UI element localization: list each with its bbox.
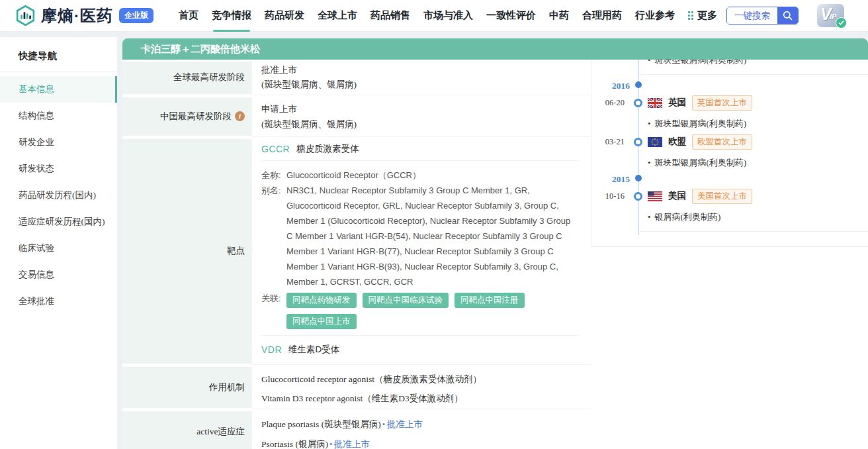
nav-item[interactable]: 中药 [542,0,576,32]
target-alias-key: 别名: [261,183,286,289]
china-stage-label: 中国最高研发阶段 [160,111,232,123]
grid-dots-icon [688,11,693,20]
timeline-year-label: 2015 [591,174,630,185]
china-stage-value: 申请上市 [261,101,579,117]
search-icon [777,7,798,24]
row-target: 靶点 GCCR 糖皮质激素受体 全称: Glucocorticoid Recep… [122,137,591,365]
timeline-event: 10-16美国美国首次上市 [591,189,868,203]
related-target-tag[interactable]: 同靶点中国上市 [286,314,357,329]
row-global-stage: 全球最高研发阶段 批准上市 (斑块型银屑病、银屑病) [122,60,591,95]
related-target-tag[interactable]: 同靶点中国注册 [455,293,525,308]
nav-item[interactable]: 药品销售 [364,0,417,32]
timeline-divider [638,74,868,75]
sidebar-item[interactable]: 临床试验 [0,235,117,262]
enterprise-badge: 企业版 [119,8,153,23]
timeline-indication: 斑块型银屑病(利奥制药) [591,119,868,129]
timeline-indication: 斑块型银屑病(利奥制药) [591,60,868,66]
target-vdr-link[interactable]: VDR [261,344,282,355]
nav-item[interactable]: 行业参考 [629,0,681,32]
sidebar-item[interactable]: 研发状态 [0,156,117,182]
target-related-tags: 同靶点药物研发同靶点中国临床试验同靶点中国注册同靶点中国上市 [286,291,572,329]
indications-label: active适应症 [122,411,252,449]
related-target-tag[interactable]: 同靶点药物研发 [286,293,357,308]
target-full-name: Glucocorticoid Receptor（GCCR） [286,168,579,183]
page-body: 快捷导航 基本信息结构信息研发企业研发状态药品研发历程(国内)适应症研发历程(国… [0,32,868,449]
sidebar-item[interactable]: 适应症研发历程(国内) [0,209,117,235]
mechanism-label: 作用机制 [122,367,252,408]
target-vdr-name: 维生素D受体 [288,344,339,356]
timeline-country: 欧盟 [668,136,686,148]
basic-info-table: 全球最高研发阶段 批准上市 (斑块型银屑病、银屑病) 中国最高研发阶段 i 申请… [122,60,591,449]
row-china-stage: 中国最高研发阶段 i 申请上市 (斑块型银屑病、银屑病) [122,95,591,137]
nav-item[interactable]: 首页 [172,0,205,32]
sidebar-item[interactable]: 药品研发历程(国内) [0,182,117,209]
logo-text: 摩熵·医药 [41,5,113,26]
target-alias-value: NR3C1, Nuclear Receptor Subfamily 3 Grou… [286,183,579,289]
approved-launch-link[interactable]: 批准上市 [328,439,370,449]
target-gccr-name: 糖皮质激素受体 [296,143,359,155]
quick-search-button[interactable]: 一键搜索 [726,7,799,25]
app-logo[interactable]: 摩熵·医药 企业版 [15,5,153,26]
first-launch-tag[interactable]: 英国首次上市 [692,95,752,111]
nav-item[interactable]: 一致性评价 [480,0,542,32]
drug-title: 卡泊三醇＋二丙酸倍他米松 [141,44,260,54]
timeline-year: 2015 [591,173,868,183]
nav-item[interactable]: 市场与准入 [417,0,480,32]
top-navbar: 摩熵·医药 企业版 首页竞争情报药品研发全球上市药品销售市场与准入一致性评价中药… [0,0,868,32]
indication-text: Plaque psoriasis (斑块型银屑病) [261,419,381,429]
quick-search-label: 一键搜索 [727,7,777,24]
timeline-divider [638,231,868,232]
uk-flag-icon [648,98,662,108]
timeline-country: 英国 [668,97,686,109]
timeline-year-label: 2016 [591,81,630,91]
timeline-event-date: 03-21 [591,137,625,147]
first-launch-tag[interactable]: 美国首次上市 [692,189,752,204]
sidebar-title: 快捷导航 [0,37,117,72]
nav-item[interactable]: 全球上市 [311,0,364,32]
drug-title-bar: 卡泊三醇＋二丙酸倍他米松 [122,38,868,60]
global-launch-timeline: 斑块型银屑病(利奥制药)201606-20英国英国首次上市斑块型银屑病(利奥制药… [591,60,868,247]
global-stage-value: 批准上市 [261,63,579,77]
nav-more-button[interactable]: 更多 [688,9,717,22]
info-icon[interactable]: i [235,111,245,121]
nav-item[interactable]: 竞争情报 [205,0,258,32]
vip-verified-check-icon [836,17,847,28]
sidebar-item[interactable]: 交易信息 [0,262,117,288]
row-indications: active适应症 Plaque psoriasis (斑块型银屑病)批准上市P… [122,409,591,449]
sidebar-item[interactable]: 结构信息 [0,103,117,129]
indication-text: Psoriasis (银屑病) [261,439,328,449]
vip-badge[interactable]: V IP [817,4,844,27]
main-content: 卡泊三醇＋二丙酸倍他米松 全球最高研发阶段 批准上市 (斑块型银屑病、银屑病) … [122,38,868,449]
timeline-event: 06-20英国英国首次上市 [591,95,868,110]
china-stage-note: (斑块型银屑病、银屑病) [261,117,579,132]
global-stage-label: 全球最高研发阶段 [122,62,252,94]
nav-item[interactable]: 药品研发 [258,0,311,32]
sidebar-item[interactable]: 研发企业 [0,129,117,156]
related-target-tag[interactable]: 同靶点中国临床试验 [363,293,449,308]
main-nav-menu: 首页竞争情报药品研发全球上市药品销售市场与准入一致性评价中药合理用药行业参考 [172,0,681,32]
timeline-event: 03-21欧盟欧盟首次上市 [591,134,868,149]
nav-more-label: 更多 [697,9,717,22]
timeline-indication: 斑块型银屑病(利奥制药) [591,158,868,168]
sidebar-item[interactable]: 全球批准 [0,288,117,315]
approved-launch-link[interactable]: 批准上市 [381,419,423,429]
row-mechanism: 作用机制 Glucocorticoid receptor agonist（糖皮质… [122,365,591,409]
indication-line: Plaque psoriasis (斑块型银屑病)批准上市 [261,415,579,434]
timeline-event-dot [634,138,642,146]
target-gccr-header: GCCR 糖皮质激素受体 [261,137,579,160]
vip-ip-label: IP [830,13,836,21]
sidebar-item[interactable]: 基本信息 [0,76,117,103]
timeline-event-dot [634,99,642,107]
target-gccr-link[interactable]: GCCR [261,144,290,154]
timeline-event-date: 06-20 [591,98,625,108]
timeline-indication: 银屑病(利奥制药) [591,212,868,223]
target-vdr-header: VDR 维生素D受体 [261,336,579,364]
mechanism-line: Vitamin D3 receptor agonist（维生素D3受体激动剂） [261,389,579,408]
nav-item[interactable]: 合理用药 [576,0,629,32]
eu-flag-icon [648,137,662,147]
indication-line: Psoriasis (银屑病)批准上市 [261,434,579,449]
target-label: 靶点 [122,139,252,364]
quick-nav-sidebar: 快捷导航 基本信息结构信息研发企业研发状态药品研发历程(国内)适应症研发历程(国… [0,37,117,449]
first-launch-tag[interactable]: 欧盟首次上市 [692,134,752,150]
global-stage-note: (斑块型银屑病、银屑病) [261,77,579,92]
